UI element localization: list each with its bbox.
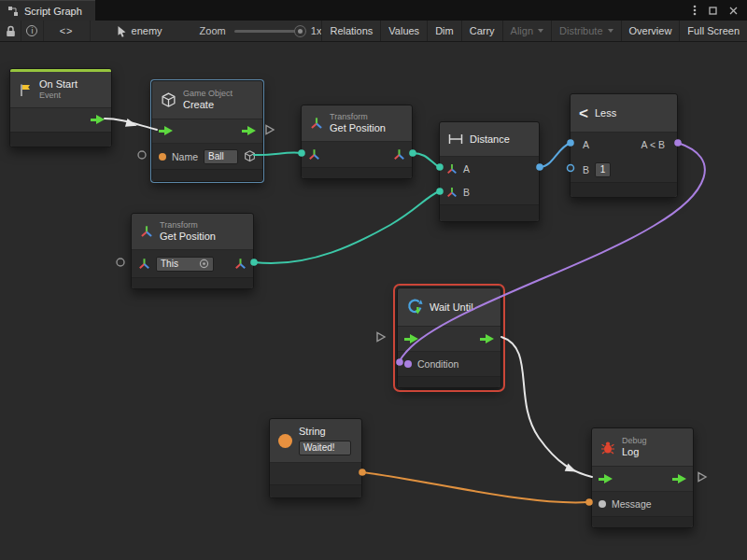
node-game-object-create[interactable]: Game Object Create Name Ball (151, 80, 263, 182)
input-b-field[interactable]: 1 (595, 162, 611, 177)
transform-input-port[interactable] (138, 258, 150, 270)
name-port-label: Name (172, 151, 198, 162)
transform-input-port[interactable] (308, 148, 320, 161)
dim-button[interactable]: Dim (427, 21, 461, 41)
message-port-label: Message (612, 498, 652, 510)
unconnected-port-circle (138, 151, 146, 159)
input-a-label: A (583, 139, 589, 150)
node-subtitle: Game Object (183, 89, 233, 99)
zoom-value: 1x (311, 25, 322, 36)
condition-port[interactable] (404, 360, 412, 368)
string-icon (278, 434, 292, 448)
name-port[interactable] (159, 153, 166, 161)
node-less[interactable]: < Less A A < B B 1 (570, 93, 678, 198)
flow-output-port[interactable] (480, 334, 494, 344)
node-footer (398, 376, 500, 387)
relations-button[interactable]: Relations (321, 21, 380, 41)
info-button[interactable] (21, 21, 43, 41)
node-subtitle: Debug (622, 436, 647, 446)
graph-name-group[interactable]: enemy (117, 25, 162, 37)
input-b-label: B (463, 187, 470, 198)
flow-output-port[interactable] (91, 115, 105, 125)
node-title: String (299, 426, 351, 438)
unconnected-flow-triangle (698, 473, 706, 482)
wire-distance-to-less-a[interactable] (540, 143, 571, 167)
node-get-position-1[interactable]: Transform Get Position (301, 105, 413, 179)
tab-script-graph[interactable]: Script Graph (0, 0, 95, 21)
lock-icon (6, 25, 16, 37)
this-value-field[interactable]: This (156, 257, 214, 272)
wire-getposition2-to-distance-b[interactable] (254, 191, 439, 263)
vector-port-icon[interactable] (446, 187, 458, 198)
distribute-button[interactable]: Distribute (551, 21, 620, 41)
node-distance[interactable]: Distance A B (439, 121, 540, 222)
tab-title: Script Graph (24, 6, 82, 17)
position-output-port[interactable] (393, 148, 405, 161)
overview-button[interactable]: Overview (621, 21, 680, 41)
graph-canvas[interactable]: On Start Event Game Object Create (0, 42, 747, 560)
fullscreen-button[interactable]: Full Screen (679, 21, 747, 41)
name-value-field[interactable]: Ball (204, 149, 238, 164)
condition-port-label: Condition (417, 358, 458, 370)
flow-output-port[interactable] (672, 474, 686, 484)
code-view-button[interactable] (44, 21, 91, 41)
node-subtitle: Event (39, 91, 78, 101)
target-icon[interactable] (199, 259, 209, 269)
window-maximize-icon[interactable] (709, 7, 717, 15)
wire-getposition1-to-distance-a[interactable] (413, 153, 439, 167)
wire-onstart-to-create[interactable] (105, 119, 157, 130)
node-title: Create (183, 99, 233, 111)
window-close-icon[interactable] (729, 7, 738, 15)
wire-string-to-log-message[interactable] (362, 472, 588, 502)
input-b-label: B (583, 164, 589, 175)
node-string-literal[interactable]: String Waited! (269, 418, 362, 498)
flow-input-port[interactable] (599, 474, 613, 484)
unconnected-flow-triangle (266, 126, 274, 134)
node-on-start-event[interactable]: On Start Event (9, 68, 112, 147)
graph-tab-icon (7, 6, 19, 17)
info-icon (26, 25, 37, 36)
carry-button[interactable]: Carry (461, 21, 502, 41)
align-button[interactable]: Align (502, 21, 551, 41)
position-output-port[interactable] (234, 258, 247, 270)
transform-axis-icon (140, 225, 153, 238)
node-title: Log (622, 446, 647, 458)
message-port[interactable] (599, 500, 606, 508)
window-titlebar: Script Graph (0, 0, 747, 21)
node-subtitle: Transform (330, 112, 386, 122)
node-title: On Start (39, 78, 78, 91)
node-get-position-2[interactable]: Transform Get Position This (131, 213, 254, 289)
string-value-field[interactable]: Waited! (299, 441, 351, 455)
node-title: Get Position (160, 231, 216, 243)
graph-toolbar: enemy Zoom 1x Relations Values Dim Carry… (0, 21, 747, 42)
less-than-icon: < (579, 105, 588, 121)
node-title: Distance (470, 133, 510, 145)
node-debug-log[interactable]: Debug Log Message (591, 427, 694, 528)
zoom-label: Zoom (200, 25, 226, 36)
zoom-slider-handle[interactable] (295, 26, 305, 36)
node-footer (302, 167, 412, 178)
node-footer (10, 132, 111, 147)
node-subtitle: Transform (160, 220, 216, 231)
flag-icon (19, 83, 33, 97)
game-object-output-port[interactable] (244, 150, 256, 162)
zoom-slider[interactable] (234, 30, 303, 33)
flow-output-port[interactable] (242, 126, 256, 136)
bug-icon (600, 440, 615, 455)
unconnected-flow-triangle (377, 333, 385, 342)
node-title: Get Position (330, 122, 386, 134)
node-footer (132, 277, 253, 288)
node-footer (571, 182, 677, 197)
caret-down-icon (538, 29, 543, 33)
node-footer (152, 169, 262, 181)
flow-input-port[interactable] (159, 126, 173, 136)
lock-button[interactable] (0, 21, 21, 41)
output-label: A < B (641, 139, 665, 150)
values-button[interactable]: Values (380, 21, 427, 41)
window-menu-icon[interactable] (693, 5, 697, 16)
wire-waituntil-to-log[interactable] (501, 337, 592, 477)
string-output-row[interactable] (270, 462, 361, 484)
pointer-icon (117, 25, 127, 37)
vector-port-icon[interactable] (446, 163, 458, 175)
transform-axis-icon (310, 117, 323, 130)
